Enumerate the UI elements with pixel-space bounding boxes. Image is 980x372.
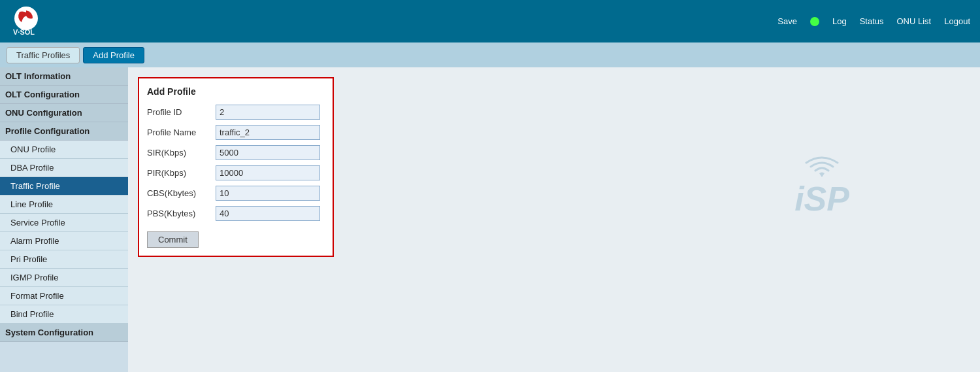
status-link[interactable]: Status	[860, 16, 884, 26]
isp-watermark: iSP	[794, 152, 849, 216]
label-profile-id: Profile ID	[147, 107, 216, 117]
label-profile-name: Profile Name	[147, 127, 216, 137]
sidebar-item-onu-profile[interactable]: ONU Profile	[0, 141, 128, 159]
svg-point-0	[14, 7, 38, 30]
input-sir[interactable]	[216, 145, 320, 160]
onu-list-link[interactable]: ONU List	[897, 16, 932, 26]
vsol-logo: V·SOL	[10, 5, 42, 38]
add-profile-form: Add Profile Profile ID Profile Name SIR(…	[138, 77, 334, 257]
field-cbs: CBS(Kbytes)	[147, 186, 325, 201]
sidebar: OLT Information OLT Configuration ONU Co…	[0, 67, 128, 372]
sidebar-section-olt-info[interactable]: OLT Information	[0, 67, 128, 86]
sidebar-item-igmp-profile[interactable]: IGMP Profile	[0, 269, 128, 287]
field-pbs: PBS(Kbytes)	[147, 206, 325, 221]
sidebar-item-line-profile[interactable]: Line Profile	[0, 195, 128, 214]
header: V·SOL Save Log Status ONU List Logout	[0, 0, 980, 42]
label-cbs: CBS(Kbytes)	[147, 188, 216, 198]
sidebar-item-pri-profile[interactable]: Pri Profile	[0, 250, 128, 269]
field-profile-id: Profile ID	[147, 105, 325, 120]
input-profile-id[interactable]	[216, 105, 320, 120]
sidebar-item-traffic-profile[interactable]: Traffic Profile	[0, 177, 128, 195]
input-pbs[interactable]	[216, 206, 320, 221]
input-cbs[interactable]	[216, 186, 320, 201]
nav-tabs: Traffic Profiles Add Profile	[0, 42, 980, 67]
logo-area: V·SOL	[10, 5, 42, 38]
tab-add-profile[interactable]: Add Profile	[83, 47, 144, 63]
wifi-icon	[802, 152, 841, 182]
content-area: Add Profile Profile ID Profile Name SIR(…	[128, 67, 980, 372]
sidebar-section-onu-config[interactable]: ONU Configuration	[0, 104, 128, 122]
field-sir: SIR(Kbps)	[147, 145, 325, 160]
sidebar-section-profile-config[interactable]: Profile Configuration	[0, 122, 128, 141]
label-pbs: PBS(Kbytes)	[147, 209, 216, 218]
sidebar-section-olt-config[interactable]: OLT Configuration	[0, 86, 128, 104]
logout-link[interactable]: Logout	[944, 16, 970, 26]
label-sir: SIR(Kbps)	[147, 148, 216, 158]
log-link[interactable]: Log	[832, 16, 847, 26]
sidebar-item-bind-profile[interactable]: Bind Profile	[0, 305, 128, 324]
status-indicator	[810, 17, 819, 26]
header-right: Save Log Status ONU List Logout	[777, 16, 970, 26]
sidebar-section-system-config[interactable]: System Configuration	[0, 324, 128, 342]
sidebar-item-dba-profile[interactable]: DBA Profile	[0, 159, 128, 177]
tab-traffic-profiles[interactable]: Traffic Profiles	[7, 47, 80, 63]
commit-button[interactable]: Commit	[147, 231, 199, 248]
label-pir: PIR(Kbps)	[147, 168, 216, 178]
sidebar-item-alarm-profile[interactable]: Alarm Profile	[0, 232, 128, 250]
main-layout: OLT Information OLT Configuration ONU Co…	[0, 67, 980, 372]
isp-text: iSP	[794, 182, 849, 216]
sidebar-item-format-profile[interactable]: Format Profile	[0, 287, 128, 305]
sidebar-item-service-profile[interactable]: Service Profile	[0, 214, 128, 232]
input-pir[interactable]	[216, 165, 320, 180]
svg-text:V·SOL: V·SOL	[13, 28, 35, 36]
field-profile-name: Profile Name	[147, 125, 325, 140]
form-title: Add Profile	[147, 86, 325, 97]
field-pir: PIR(Kbps)	[147, 165, 325, 180]
save-button[interactable]: Save	[777, 16, 797, 26]
input-profile-name[interactable]	[216, 125, 320, 140]
